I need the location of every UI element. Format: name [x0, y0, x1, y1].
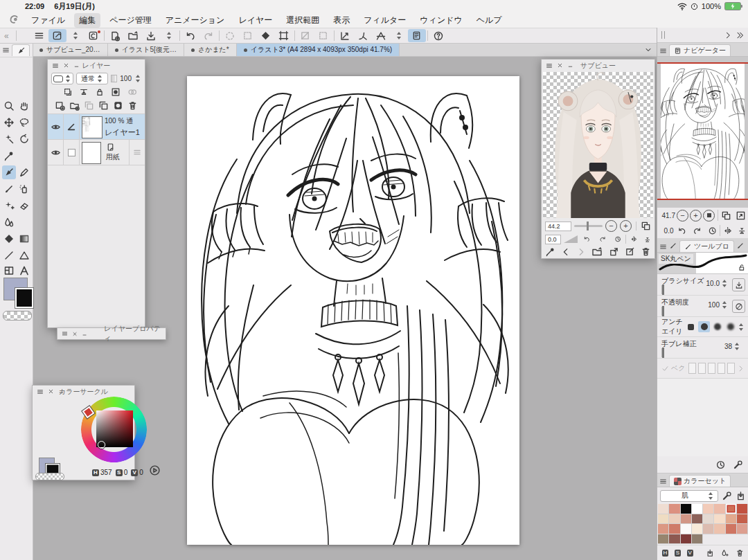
- import-set-icon[interactable]: [736, 491, 746, 501]
- color-swatch[interactable]: [658, 524, 669, 534]
- value-stepper[interactable]: [733, 343, 740, 350]
- subview-titlebar[interactable]: サブビュー: [542, 60, 654, 71]
- color-swatch[interactable]: [669, 524, 680, 534]
- open-file-icon[interactable]: [124, 29, 142, 42]
- document-tab-2[interactable]: イラスト5[復元…: [108, 44, 184, 56]
- reset-all-icon[interactable]: [715, 460, 726, 470]
- undo-icon[interactable]: [181, 29, 199, 42]
- dock-grip[interactable]: [661, 31, 665, 39]
- palette-dock-icon[interactable]: [408, 29, 426, 42]
- background-color-swatch[interactable]: [15, 287, 34, 309]
- menu-item-5[interactable]: レイヤー: [233, 13, 277, 28]
- color-swatch[interactable]: [658, 504, 669, 514]
- canvas-page[interactable]: [187, 76, 519, 545]
- edit-wrench-icon[interactable]: [722, 491, 732, 501]
- delete-icon[interactable]: [641, 246, 651, 257]
- deselect-icon[interactable]: [239, 29, 257, 42]
- color-swatch[interactable]: [703, 504, 714, 514]
- antialias-weak[interactable]: [698, 321, 710, 332]
- palette-menu-icon[interactable]: [52, 62, 59, 69]
- rotate-left-icon[interactable]: [583, 234, 590, 244]
- brush-size-slider[interactable]: [661, 285, 663, 294]
- color-swatch[interactable]: [681, 524, 692, 534]
- tool-pen[interactable]: [2, 165, 16, 179]
- delete-color-icon[interactable]: [736, 548, 744, 558]
- prev-image-icon[interactable]: [561, 247, 571, 257]
- layer-opacity-slider[interactable]: [111, 75, 117, 82]
- tool-brush[interactable]: [2, 182, 16, 196]
- reset-view-icon[interactable]: [708, 226, 717, 236]
- color-swatch[interactable]: [692, 524, 703, 534]
- close-icon[interactable]: [72, 331, 78, 337]
- color-swatch[interactable]: [726, 504, 737, 514]
- rotate-right-icon[interactable]: [693, 226, 702, 236]
- tool-blend[interactable]: [2, 215, 16, 229]
- fill-selection-icon[interactable]: [257, 29, 275, 42]
- flip-horizontal-icon[interactable]: [630, 234, 637, 244]
- wheel-mode-button[interactable]: [149, 464, 161, 476]
- color-swatch[interactable]: [737, 514, 748, 525]
- tool-fill[interactable]: [2, 232, 16, 246]
- color-swatch[interactable]: [692, 534, 703, 545]
- snap-curve-icon[interactable]: [354, 29, 372, 42]
- color-swatch[interactable]: [692, 514, 703, 525]
- color-swatch[interactable]: [692, 504, 703, 514]
- layer-palette-titlebar[interactable]: レイヤー: [48, 60, 145, 71]
- opacity-stepper[interactable]: [134, 75, 141, 82]
- tab-navigator[interactable]: ナビゲーター: [669, 44, 731, 56]
- palette-menu-icon[interactable]: [62, 330, 68, 337]
- unlock-icon[interactable]: [738, 263, 746, 271]
- fullscreen-icon[interactable]: [736, 210, 746, 221]
- subview-image[interactable]: [543, 72, 653, 218]
- menu-item-10[interactable]: ヘルプ: [472, 13, 507, 28]
- dock-menu-icon[interactable]: [659, 47, 667, 55]
- color-swatch[interactable]: [737, 524, 748, 534]
- mask-icon[interactable]: [113, 100, 123, 111]
- edit-list-icon[interactable]: [625, 246, 635, 257]
- menu-item-1[interactable]: ファイル: [26, 13, 70, 28]
- color-swatch[interactable]: [726, 514, 737, 525]
- value-stepper[interactable]: [721, 301, 728, 309]
- redo-icon[interactable]: [199, 29, 217, 42]
- antialias-stepper[interactable]: [738, 323, 745, 331]
- close-icon[interactable]: [63, 62, 69, 69]
- menu-item-2[interactable]: 編集: [74, 13, 100, 28]
- document-tab-3[interactable]: さかまた*: [184, 44, 237, 56]
- clip-studio-logo-icon[interactable]: [8, 14, 21, 26]
- zoom-in-icon[interactable]: +: [620, 220, 632, 232]
- zoom-in-icon[interactable]: +: [690, 210, 702, 222]
- expand-right-icon[interactable]: [724, 31, 732, 39]
- tool-pencil[interactable]: [17, 165, 31, 179]
- tool-decoration[interactable]: [2, 199, 16, 213]
- menu-item-8[interactable]: フィルター: [359, 13, 411, 28]
- save-chevron-icon[interactable]: [160, 29, 178, 42]
- color-swatch[interactable]: [669, 514, 680, 525]
- dock-menu-icon[interactable]: [659, 243, 667, 251]
- tool-airbrush[interactable]: [17, 182, 31, 196]
- menu-item-4[interactable]: アニメーション: [161, 13, 230, 28]
- stabilization-slider[interactable]: [661, 348, 663, 357]
- color-swatch[interactable]: [703, 524, 714, 534]
- dock-menu-icon[interactable]: [659, 478, 667, 485]
- layer-row-1[interactable]: 100 % 通 レイヤー1: [48, 114, 145, 139]
- chevron-updown-icon[interactable]: [66, 29, 84, 42]
- collapse-left-icon[interactable]: «: [4, 31, 9, 41]
- tool-text[interactable]: [17, 264, 31, 278]
- palette-menu-icon[interactable]: [546, 62, 553, 69]
- brush-size-source-icon[interactable]: [732, 278, 745, 291]
- minimize-icon[interactable]: [567, 62, 573, 69]
- subview-zoom-value[interactable]: 44.2: [545, 222, 571, 231]
- menu-item-9[interactable]: ウィンドウ: [415, 13, 467, 28]
- open-external-icon[interactable]: [609, 246, 619, 257]
- value-stepper[interactable]: [721, 280, 728, 287]
- tool-frame-border[interactable]: [2, 264, 16, 278]
- layer-check-box[interactable]: [64, 140, 80, 165]
- layer-visible-icon[interactable]: [48, 140, 64, 165]
- saturation-sort-button[interactable]: S: [675, 550, 681, 557]
- check-icon[interactable]: [661, 365, 669, 372]
- paste-color-icon[interactable]: [706, 548, 714, 558]
- color-wheel-titlebar[interactable]: カラーサークル: [33, 386, 134, 397]
- opacity-source-icon[interactable]: [732, 300, 745, 313]
- layer-visible-icon[interactable]: [48, 114, 64, 139]
- layer-mask-icon[interactable]: [111, 87, 121, 97]
